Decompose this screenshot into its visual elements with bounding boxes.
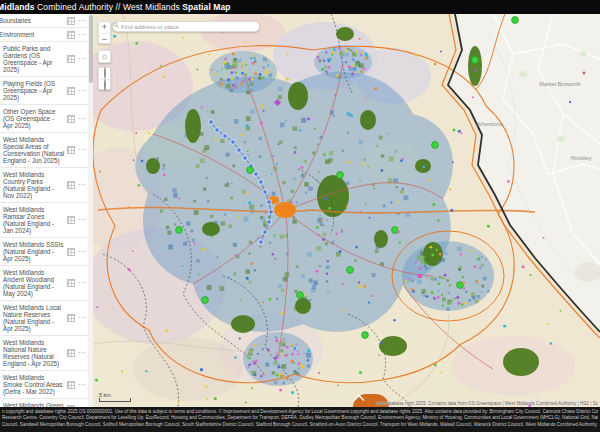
layer-label: West Midlands Ancient Woodland (Natural …	[3, 269, 65, 297]
layer-item-1[interactable]: Playing Fields (OS Greenspace - Apr 2025…	[0, 77, 93, 105]
options-menu-icon[interactable]: ···	[78, 280, 86, 286]
search-input[interactable]: Find address or place	[121, 24, 179, 30]
zoom-out-button[interactable]: −	[99, 33, 110, 45]
search-icon	[113, 22, 119, 28]
options-menu-icon[interactable]: ···	[78, 116, 86, 122]
layer-item-11[interactable]: West Midlands Green Belt (MHCLG···	[0, 399, 93, 407]
options-menu-icon[interactable]: ···	[78, 217, 86, 223]
options-menu-icon[interactable]: ···	[78, 147, 86, 153]
attribute-table-icon[interactable]	[67, 87, 75, 95]
layer-panel: Boundaries···Environment···Public Parks …	[0, 14, 94, 407]
zoom-in-button[interactable]: +	[99, 22, 110, 33]
attribute-table-icon[interactable]	[67, 314, 75, 322]
layer-label: Public Parks and Gardens (OS Greenspace …	[3, 45, 65, 73]
layer-label: Environment	[0, 31, 65, 38]
layer-label: Boundaries	[0, 17, 65, 24]
map-attribution: and database right 2025. Contains data f…	[376, 401, 598, 406]
attribute-table-icon[interactable]	[67, 31, 75, 39]
layer-label: Playing Fields (OS Greenspace - Apr 2025…	[3, 80, 65, 101]
layer-item-6[interactable]: West Midlands SSSIs (Natural England - A…	[0, 238, 93, 266]
layer-item-4[interactable]: West Midlands Country Parks (Natural Eng…	[0, 168, 93, 203]
layer-label: West Midlands Local Nature Reserves (Nat…	[3, 304, 65, 332]
attribute-table-icon[interactable]	[67, 55, 75, 63]
layer-item-9[interactable]: West Midlands National Nature Reserves (…	[0, 336, 93, 371]
extent-icon	[104, 79, 106, 91]
options-menu-icon[interactable]: ···	[78, 18, 86, 24]
layer-label: West Midlands Special Areas of Conservat…	[3, 136, 65, 164]
attribute-table-icon[interactable]	[67, 248, 75, 256]
search-box[interactable]: Find address or place	[112, 21, 260, 32]
layer-label: West Midlands Country Parks (Natural Eng…	[3, 171, 65, 199]
layer-label: West Midlands SSSIs (Natural England - A…	[3, 241, 65, 262]
options-menu-icon[interactable]: ···	[78, 382, 86, 388]
layer-item-5[interactable]: West Midlands Ramsar Zones (Natural Engl…	[0, 203, 93, 238]
layer-label: West Midlands National Nature Reserves (…	[3, 339, 65, 367]
attribute-table-icon[interactable]	[67, 279, 75, 287]
title-prefix: West Midlands	[0, 2, 35, 12]
attribution-line: Research Centre, Coventry City Council, …	[2, 415, 598, 421]
scale-line	[99, 398, 131, 402]
attribute-table-icon[interactable]	[67, 17, 75, 25]
layer-list: Boundaries···Environment···Public Parks …	[0, 14, 93, 407]
page-title: West Midlands Combined Authority // West…	[0, 2, 231, 12]
options-menu-icon[interactable]: ···	[78, 315, 86, 321]
attribute-table-icon[interactable]	[67, 349, 75, 357]
layer-item-10[interactable]: West Midlands Smoke Control Areas (Defra…	[0, 371, 93, 399]
app-header: West Midlands Combined Authority // West…	[0, 0, 600, 14]
zoom-control: + −	[98, 21, 111, 44]
attribute-table-icon[interactable]	[67, 115, 75, 123]
locate-icon	[104, 67, 106, 79]
layer-group-1[interactable]: Environment···	[0, 28, 93, 42]
title-mid: Combined Authority // West Midlands	[35, 2, 183, 12]
layer-group-0[interactable]: Boundaries···	[0, 14, 93, 28]
options-menu-icon[interactable]: ···	[78, 182, 86, 188]
layer-label: West Midlands Ramsar Zones (Natural Engl…	[3, 206, 65, 234]
map-canvas[interactable]	[93, 14, 600, 407]
place-label: Atherstone	[477, 121, 504, 127]
layer-item-7[interactable]: West Midlands Ancient Woodland (Natural …	[0, 266, 93, 301]
attribute-table-icon[interactable]	[67, 181, 75, 189]
options-menu-icon[interactable]: ···	[78, 88, 86, 94]
layer-item-8[interactable]: West Midlands Local Nature Reserves (Nat…	[0, 301, 93, 336]
locate-button[interactable]	[99, 68, 110, 79]
options-menu-icon[interactable]: ···	[78, 56, 86, 62]
layer-item-0[interactable]: Public Parks and Gardens (OS Greenspace …	[0, 42, 93, 77]
layer-item-2[interactable]: Other Open Space (OS Greenspace - Apr 20…	[0, 105, 93, 133]
layer-label: West Midlands Smoke Control Areas (Defra…	[3, 374, 65, 395]
attribution-line: Council, Sandwell Metropolitan Borough C…	[2, 422, 598, 428]
attribute-table-icon[interactable]	[67, 381, 75, 389]
layer-item-3[interactable]: West Midlands Special Areas of Conservat…	[0, 133, 93, 168]
layer-label: Other Open Space (OS Greenspace - Apr 20…	[3, 108, 65, 129]
attribute-table-icon[interactable]	[67, 216, 75, 224]
map-widget-group	[98, 67, 111, 90]
options-menu-icon[interactable]: ···	[78, 32, 86, 38]
attribute-table-icon[interactable]	[67, 146, 75, 154]
options-menu-icon[interactable]: ···	[78, 249, 86, 255]
home-icon: ⌂	[99, 51, 110, 63]
scale-bar: 5 km	[99, 392, 131, 402]
place-label: Hinckley	[571, 155, 592, 161]
options-menu-icon[interactable]: ···	[78, 350, 86, 356]
attribution-bar: n copyright and database rights 2025 OS …	[0, 407, 600, 432]
place-label: Market Bosworth	[539, 81, 580, 87]
chevron-up-icon	[353, 394, 365, 402]
sidebar-scrollbar-thumb[interactable]	[89, 15, 93, 83]
home-button[interactable]: ⌂	[98, 50, 111, 63]
map-container: Find address or place + − ⌂ 5 km and dat…	[93, 14, 600, 407]
title-suffix: Spatial Map	[182, 2, 230, 12]
extent-button[interactable]	[99, 79, 110, 91]
